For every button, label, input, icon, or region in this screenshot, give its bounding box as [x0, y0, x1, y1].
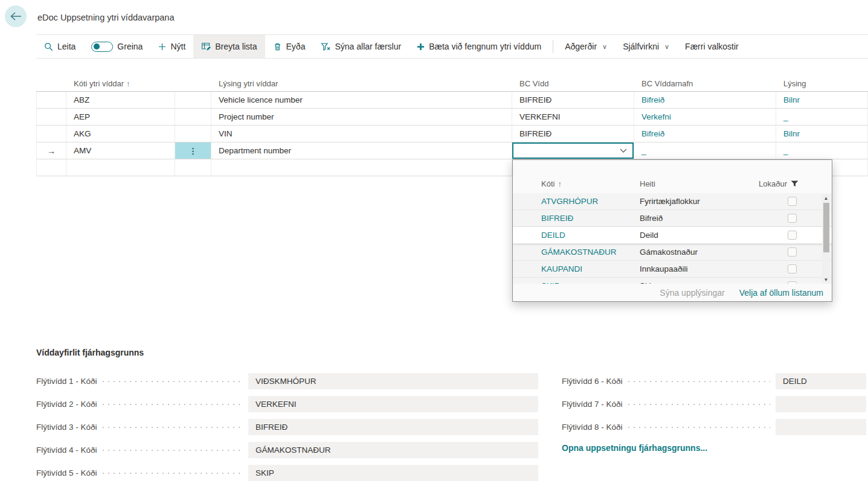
- lookup-column-header-name[interactable]: Heiti: [640, 179, 759, 188]
- column-header-ellipsis: [175, 75, 211, 92]
- cell-code[interactable]: AMV: [66, 142, 175, 159]
- add-received-dimensions-label: Bæta við fengnum ytri víddum: [429, 42, 541, 51]
- toggle-knob: [94, 43, 100, 50]
- cell-desc[interactable]: Project number: [211, 109, 512, 126]
- dotted-leader: [103, 404, 243, 405]
- chevron-down-icon: ∨: [602, 43, 607, 51]
- field-value: VERKEFNI: [248, 396, 538, 412]
- dotted-leader: [103, 381, 243, 382]
- fewer-options-label: Færri valkostir: [685, 42, 739, 51]
- lookup-row[interactable]: KAUPANDI Innkaupaaðili: [513, 261, 832, 278]
- cell-code[interactable]: [66, 159, 175, 176]
- scroll-up-icon[interactable]: ▲: [822, 194, 830, 202]
- cell-desc[interactable]: Department number: [211, 142, 512, 159]
- lookup-row-selected[interactable]: DEILD Deild: [513, 227, 832, 244]
- cell-bc-dim-name[interactable]: Bifreið: [634, 126, 776, 142]
- cell-bc-dim[interactable]: BIFREIÐ: [512, 126, 634, 142]
- edit-list-button[interactable]: Breyta lista: [193, 35, 265, 58]
- lookup-column-header-blocked[interactable]: Lokaður: [759, 179, 799, 188]
- cell-desc2[interactable]: _: [776, 142, 868, 159]
- cell-desc2[interactable]: Bilnr: [776, 126, 868, 142]
- column-header-description[interactable]: Lýsing: [776, 75, 868, 92]
- cell-code[interactable]: AEP: [66, 109, 175, 126]
- cell-desc2[interactable]: _: [776, 109, 868, 126]
- filter-icon: [791, 180, 799, 187]
- column-header-external-desc[interactable]: Lýsing ytri víddar: [211, 75, 512, 92]
- column-header-external-code[interactable]: Kóti ytri víddar ↑: [66, 75, 175, 92]
- automation-menu-button[interactable]: Sjálfvirkni ∨: [615, 35, 677, 58]
- cell-bc-dim[interactable]: VERKEFNI: [512, 109, 634, 126]
- sort-ascending-icon: ↑: [126, 79, 130, 88]
- blocked-checkbox[interactable]: [788, 248, 797, 257]
- cell-bc-dim-name[interactable]: Bifreið: [634, 92, 776, 109]
- fastpane-left-column: Flýtivídd 1 - Kóði VIÐSKMHÓPUR Flýtivídd…: [36, 373, 538, 488]
- field-shortcut-dim-5: Flýtivídd 5 - Kóði SKIP: [36, 465, 538, 481]
- field-value: BIFREIÐ: [248, 419, 538, 435]
- dotted-leader: [628, 404, 770, 405]
- combobox-chevron-icon: [620, 148, 627, 153]
- show-details-button[interactable]: Sýna upplýsingar: [660, 288, 724, 298]
- current-row-indicator: →: [36, 142, 66, 159]
- toolbar-divider: [553, 40, 553, 53]
- lookup-row[interactable]: ATVGRHÓPUR Fyrirtækjaflokkur: [513, 193, 832, 210]
- field-shortcut-dim-6: Flýtivídd 6 - Kóði DEILD: [562, 373, 866, 389]
- add-received-dimensions-button[interactable]: Bæta við fengnum ytri víddum: [409, 35, 549, 58]
- bc-dimension-combobox[interactable]: [512, 142, 634, 159]
- cell-row-menu[interactable]: [175, 109, 211, 126]
- row-selector[interactable]: [36, 159, 66, 176]
- row-selector[interactable]: [36, 126, 66, 142]
- cell-row-menu[interactable]: [175, 159, 211, 176]
- cell-desc[interactable]: Vehicle licence number: [211, 92, 512, 109]
- delete-button[interactable]: Eyða: [265, 35, 313, 58]
- cell-row-menu[interactable]: [175, 126, 211, 142]
- show-all-entries-button[interactable]: Sýna allar færslur: [313, 35, 409, 58]
- cell-bc-dim-name[interactable]: _: [634, 142, 776, 159]
- column-header-bc-dimension-name[interactable]: BC Víddarnafn: [634, 75, 776, 92]
- section-title: Víddayfirlit fjárhagsgrunns: [36, 348, 144, 357]
- lookup-scrollbar[interactable]: ▲ ▼: [822, 194, 830, 284]
- blocked-checkbox[interactable]: [788, 197, 797, 206]
- arrow-left-icon: [10, 11, 22, 21]
- field-value: [776, 396, 866, 412]
- fewer-options-button[interactable]: Færri valkostir: [677, 35, 747, 58]
- new-button[interactable]: Nýtt: [150, 35, 193, 58]
- back-button[interactable]: [5, 5, 27, 27]
- row-selector[interactable]: [36, 109, 66, 126]
- lookup-column-header-code[interactable]: Kóti ↑: [541, 179, 640, 188]
- cell-code[interactable]: AKG: [66, 126, 175, 142]
- scroll-down-icon[interactable]: ▼: [822, 276, 830, 284]
- sort-ascending-icon: ↑: [558, 179, 562, 188]
- field-shortcut-dim-3: Flýtivídd 3 - Kóði BIFREIÐ: [36, 419, 538, 435]
- table-header-row: Kóti ytri víddar ↑ Lýsing ytri víddar BC…: [36, 75, 868, 92]
- blocked-checkbox[interactable]: [788, 231, 797, 240]
- table-row-current: → AMV ⋮ Department number _ _: [36, 142, 868, 159]
- cell-code[interactable]: ABZ: [66, 92, 175, 109]
- column-header-bc-dimension[interactable]: BC Vídd: [512, 75, 634, 92]
- clear-filter-icon: [321, 42, 330, 51]
- select-from-full-list-button[interactable]: Velja af öllum listanum: [739, 288, 823, 298]
- scrollbar-thumb[interactable]: [823, 203, 829, 252]
- lookup-footer: Sýna upplýsingar Velja af öllum listanum: [513, 284, 832, 301]
- search-icon: [44, 42, 53, 51]
- field-shortcut-dim-2: Flýtivídd 2 - Kóði VERKEFNI: [36, 396, 538, 412]
- lookup-row[interactable]: SKIP Skip: [513, 278, 832, 284]
- cell-desc[interactable]: [211, 159, 512, 176]
- search-button[interactable]: Leita: [36, 35, 83, 58]
- open-gl-setup-link[interactable]: Opna uppsetningu fjárhagsgrunns...: [562, 443, 866, 453]
- actions-menu-button[interactable]: Aðgerðir ∨: [557, 35, 615, 58]
- analyze-toggle[interactable]: [91, 42, 113, 52]
- blocked-checkbox[interactable]: [788, 214, 797, 223]
- lookup-row[interactable]: BIFREIÐ Bifreið: [513, 210, 832, 227]
- cell-desc[interactable]: VIN: [211, 126, 512, 142]
- cell-row-menu-active[interactable]: ⋮: [175, 142, 211, 159]
- blocked-checkbox[interactable]: [788, 264, 797, 273]
- field-value: VIÐSKMHÓPUR: [248, 373, 538, 389]
- cell-bc-dim[interactable]: BIFREIÐ: [512, 92, 634, 109]
- cell-bc-dim-name[interactable]: Verkefni: [634, 109, 776, 126]
- selection-column-header: [36, 75, 66, 92]
- cell-row-menu[interactable]: [175, 92, 211, 109]
- cell-desc2[interactable]: Bilnr: [776, 92, 868, 109]
- business-central-page: eDoc Uppsetning ytri víddavarpana Leita …: [0, 0, 868, 495]
- lookup-row[interactable]: GÁMAKOSTNAÐUR Gámakostnaður: [513, 244, 832, 261]
- row-selector[interactable]: [36, 92, 66, 109]
